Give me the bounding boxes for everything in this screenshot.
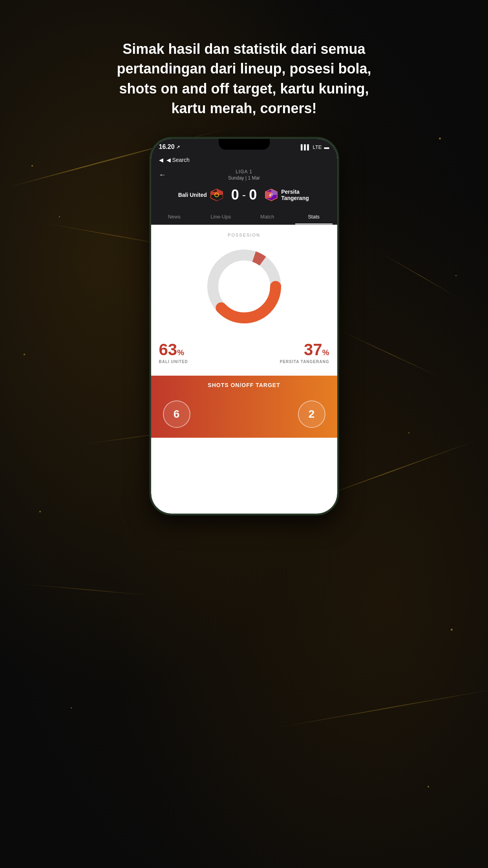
match-header: ← LIGA 1 Sunday | 1 Mar Bali United xyxy=(151,167,337,225)
possession-chart xyxy=(201,243,287,330)
donut-svg xyxy=(201,243,287,330)
score-row: Bali United 0 - 0 xyxy=(151,183,337,209)
home-possession-team: BALI UNITED xyxy=(159,360,188,364)
svg-marker-1 xyxy=(217,189,223,195)
home-team: Bali United xyxy=(159,188,223,202)
home-score: 0 xyxy=(231,187,239,203)
shots-section: SHOTS ON/OFF TARGET xyxy=(151,376,337,395)
tab-news[interactable]: News xyxy=(151,209,198,224)
away-team-logo: P xyxy=(265,188,278,202)
possession-home: 63% BALI UNITED xyxy=(159,341,188,364)
away-possession-percent: 37% xyxy=(280,341,329,358)
search-label: ◀ Search xyxy=(166,157,190,163)
away-team: P Persita Tangerang xyxy=(265,188,329,202)
home-team-name: Bali United xyxy=(178,192,207,198)
away-possession-team: PERSITA TANGERANG xyxy=(280,360,329,364)
tab-stats[interactable]: Stats xyxy=(291,209,337,224)
shots-title: SHOTS ON/OFF TARGET xyxy=(208,382,280,388)
back-icon[interactable]: ◀ xyxy=(159,157,163,163)
home-indicator xyxy=(219,509,270,510)
stats-content: POSSESION xyxy=(151,225,337,438)
svg-marker-2 xyxy=(217,195,223,201)
possession-section: POSSESION xyxy=(151,225,337,376)
nav-bar: ◀ ◀ Search xyxy=(151,154,337,167)
score-display: 0 - 0 xyxy=(227,187,261,203)
location-icon: ↗ xyxy=(176,145,180,150)
battery-icon: ▬ xyxy=(324,144,329,150)
tab-match[interactable]: Match xyxy=(244,209,291,224)
status-icons: ▌▌▌ LTE ▬ xyxy=(301,144,329,150)
league-name: LIGA 1 xyxy=(159,169,329,174)
home-shots-circle: 6 xyxy=(163,400,190,428)
home-team-logo xyxy=(210,188,223,202)
tab-lineups[interactable]: Line-Ups xyxy=(197,209,244,224)
status-time: 16.20 ↗ xyxy=(159,143,180,150)
away-shots-circle: 2 xyxy=(298,400,325,428)
score-separator: - xyxy=(242,189,246,201)
away-score: 0 xyxy=(249,187,257,203)
possession-title: POSSESION xyxy=(228,233,260,237)
svg-point-13 xyxy=(219,261,270,312)
bottom-circles-row: 6 2 xyxy=(151,395,337,438)
match-date: Sunday | 1 Mar xyxy=(159,175,329,181)
tabs-row: News Line-Ups Match Stats xyxy=(151,209,337,225)
time-display: 16.20 xyxy=(159,143,175,150)
home-possession-percent: 63% xyxy=(159,341,188,358)
headline: Simak hasil dan statistik dari semua per… xyxy=(107,39,382,119)
signal-icon: ▌▌▌ xyxy=(301,144,311,150)
away-team-name: Persita Tangerang xyxy=(281,189,309,201)
back-arrow[interactable]: ← xyxy=(159,171,166,179)
phone-notch xyxy=(219,139,270,150)
phone-frame: 16.20 ↗ ▌▌▌ LTE ▬ ◀ ◀ Search ← LIGA 1 Su… xyxy=(150,138,338,515)
possession-away: 37% PERSITA TANGERANG xyxy=(280,341,329,364)
svg-text:P: P xyxy=(269,194,272,197)
possession-stats: 63% BALI UNITED 37% PERSITA TANGERANG xyxy=(159,338,329,368)
network-label: LTE xyxy=(313,144,322,150)
